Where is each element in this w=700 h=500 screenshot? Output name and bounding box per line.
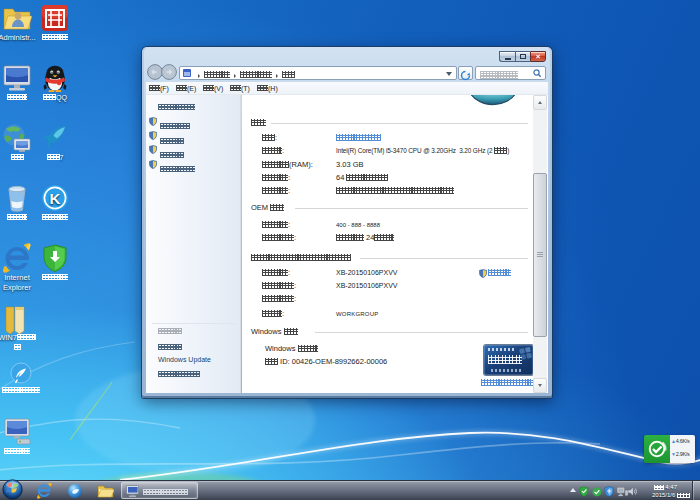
svg-text:K: K bbox=[50, 190, 61, 207]
